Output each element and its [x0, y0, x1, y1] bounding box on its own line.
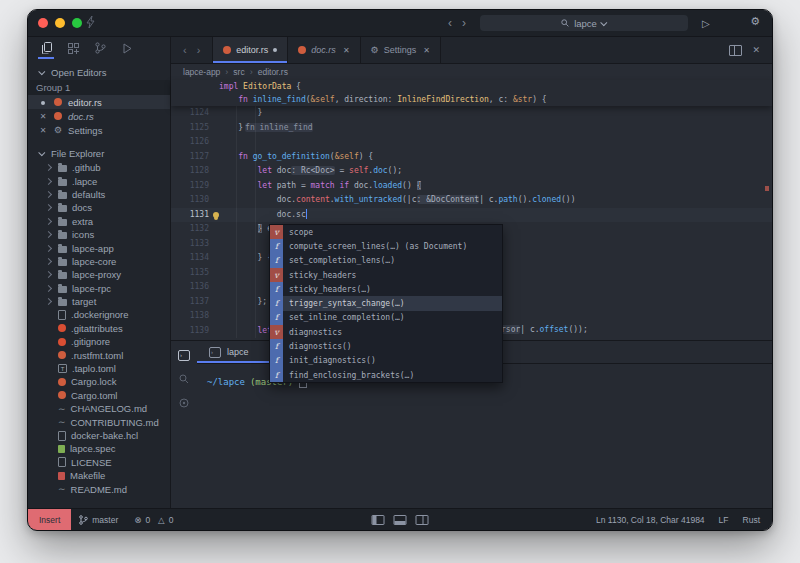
close-window-button[interactable]: [38, 18, 48, 28]
run-button[interactable]: ▷: [696, 15, 716, 33]
tab-back-button[interactable]: ‹: [183, 44, 187, 56]
tree-folder-lapce-rpc[interactable]: lapce-rpc: [28, 282, 170, 295]
tree-file-LICENSE[interactable]: LICENSE: [28, 456, 170, 469]
tree-folder-lapce-app[interactable]: lapce-app: [28, 241, 170, 254]
code-line-1129[interactable]: 1129 let path = match if doc.loaded() {: [171, 179, 772, 194]
tree-file-README.md[interactable]: ∼README.md: [28, 482, 170, 495]
folder-icon: [58, 272, 67, 279]
tree-file-CONTRIBUTING.md[interactable]: ∼CONTRIBUTING.md: [28, 415, 170, 428]
completion-item[interactable]: fsticky_headers(…): [270, 282, 502, 296]
terminal-prompt-path: ~/lapce: [207, 377, 245, 387]
completion-item[interactable]: ftrigger_syntax_change(…): [270, 296, 502, 310]
completion-item[interactable]: fcompute_screen_lines(…) (as Document): [270, 239, 502, 253]
terminal-content[interactable]: ~/lapce(master): [197, 364, 772, 508]
split-editor-icon[interactable]: [729, 45, 742, 56]
close-tab-icon[interactable]: ✕: [343, 46, 350, 55]
lightbulb-icon[interactable]: [213, 212, 219, 218]
close-editor-icon[interactable]: ✕: [752, 45, 760, 55]
completion-item[interactable]: finit_diagnostics(): [270, 354, 502, 368]
tree-folder-extra[interactable]: extra: [28, 215, 170, 228]
rust-icon: [58, 351, 66, 359]
completion-item[interactable]: fset_completion_lens(…): [270, 254, 502, 268]
open-editor-item[interactable]: ✕doc.rs: [28, 109, 170, 123]
jump-back-button[interactable]: ‹: [448, 15, 452, 31]
code-line-1126[interactable]: 1126: [171, 135, 772, 150]
tree-file-Cargo.toml[interactable]: Cargo.toml: [28, 389, 170, 402]
editor-group-header[interactable]: Group 1: [28, 80, 170, 95]
toggle-right-panel-icon[interactable]: [416, 515, 429, 525]
tree-folder-lapce-core[interactable]: lapce-core: [28, 255, 170, 268]
open-editor-item[interactable]: ✕⚙Settings: [28, 123, 170, 137]
tree-folder-defaults[interactable]: defaults: [28, 188, 170, 201]
close-tab-icon[interactable]: ✕: [423, 46, 430, 55]
settings-gear-icon[interactable]: ⚙: [750, 15, 760, 28]
tab-doc.rs[interactable]: doc.rs✕: [288, 37, 360, 63]
sticky-line[interactable]: impl EditorData {: [171, 80, 772, 93]
command-palette[interactable]: lapce: [480, 15, 688, 31]
completion-item[interactable]: ffind_enclosing_brackets(…): [270, 368, 502, 382]
zoom-window-button[interactable]: [72, 18, 82, 28]
tree-file-CHANGELOG.md[interactable]: ∼CHANGELOG.md: [28, 402, 170, 415]
close-icon[interactable]: ✕: [38, 126, 48, 135]
tab-Settings[interactable]: ⚙Settings✕: [361, 37, 441, 63]
folder-icon: [58, 165, 67, 172]
tree-file-Makefile[interactable]: Makefile: [28, 469, 170, 482]
modified-dot[interactable]: [38, 98, 48, 107]
mode-badge[interactable]: Insert: [28, 509, 71, 530]
tree-file-.rustfmt.toml[interactable]: .rustfmt.toml: [28, 348, 170, 361]
toggle-left-panel-icon[interactable]: [372, 515, 385, 525]
completion-item[interactable]: fdiagnostics(): [270, 339, 502, 353]
tree-folder-target[interactable]: target: [28, 295, 170, 308]
open-editor-item[interactable]: editor.rs: [28, 95, 170, 109]
completion-item[interactable]: vsticky_headers: [270, 268, 502, 282]
line-ending[interactable]: LF: [719, 515, 729, 525]
toggle-bottom-panel-icon[interactable]: [394, 515, 407, 525]
plugins-icon[interactable]: [65, 37, 81, 59]
code-editor[interactable]: impl EditorData { fn inline_find(&self, …: [171, 80, 772, 340]
code-line-1130[interactable]: 1130 doc.content.with_untracked(|c: &Doc…: [171, 193, 772, 208]
tab-forward-button[interactable]: ›: [197, 44, 201, 56]
tree-folder-icons[interactable]: icons: [28, 228, 170, 241]
search-panel-icon[interactable]: [178, 373, 190, 385]
open-editors-header[interactable]: Open Editors: [28, 64, 170, 80]
tree-file-.gitignore[interactable]: .gitignore: [28, 335, 170, 348]
close-icon[interactable]: ✕: [38, 112, 48, 121]
code-line-1125[interactable]: 1125 }fn inline_find: [171, 121, 772, 136]
breadcrumb-item[interactable]: editor.rs: [258, 67, 288, 77]
breadcrumb-item[interactable]: lapce-app: [183, 67, 220, 77]
tab-editor.rs[interactable]: editor.rs: [212, 37, 288, 63]
file-name: lapce.spec: [70, 443, 115, 454]
tree-file-Cargo.lock[interactable]: Cargo.lock: [28, 375, 170, 388]
tree-file-.taplo.toml[interactable]: T.taplo.toml: [28, 362, 170, 375]
file-explorer-header[interactable]: File Explorer: [28, 145, 170, 161]
branch-indicator[interactable]: master: [71, 515, 126, 525]
tree-file-lapce.spec[interactable]: lapce.spec: [28, 442, 170, 455]
tree-folder-lapce-proxy[interactable]: lapce-proxy: [28, 268, 170, 281]
tree-file-docker-bake.hcl[interactable]: docker-bake.hcl: [28, 429, 170, 442]
explorer-icon[interactable]: [38, 37, 54, 59]
code-line-1127[interactable]: 1127 fn go_to_definition(&self) {: [171, 150, 772, 165]
language-mode[interactable]: Rust: [743, 515, 760, 525]
minimize-window-button[interactable]: [55, 18, 65, 28]
completion-item[interactable]: vdiagnostics: [270, 325, 502, 339]
code-line-1128[interactable]: 1128 let doc: Rc<Doc> = self.doc();: [171, 164, 772, 179]
tree-folder-docs[interactable]: docs: [28, 201, 170, 214]
sticky-line[interactable]: fn inline_find(&self, direction: InlineF…: [171, 93, 772, 106]
code-line-1124[interactable]: 1124 }: [171, 106, 772, 121]
problems-indicator[interactable]: ⊗ 0 △ 0: [126, 515, 181, 525]
completion-item[interactable]: fset_inline_completion(…): [270, 311, 502, 325]
tree-folder-.lapce[interactable]: .lapce: [28, 174, 170, 187]
tree-file-.gitattributes[interactable]: .gitattributes: [28, 322, 170, 335]
jump-forward-button[interactable]: ›: [462, 15, 466, 31]
problems-panel-icon[interactable]: [178, 397, 190, 409]
code-line-1131[interactable]: 1131 doc.sc: [171, 208, 772, 223]
modified-dot[interactable]: [273, 48, 277, 52]
cursor-position[interactable]: Ln 1130, Col 18, Char 41984: [596, 515, 705, 525]
terminal-panel-icon[interactable]: ›: [178, 349, 190, 361]
tree-file-.dockerignore[interactable]: .dockerignore: [28, 308, 170, 321]
breadcrumb-item[interactable]: src: [233, 67, 244, 77]
debug-icon[interactable]: [119, 37, 135, 59]
tree-folder-.github[interactable]: .github: [28, 161, 170, 174]
source-control-icon[interactable]: [92, 37, 108, 59]
completion-item[interactable]: vscope: [270, 225, 502, 239]
